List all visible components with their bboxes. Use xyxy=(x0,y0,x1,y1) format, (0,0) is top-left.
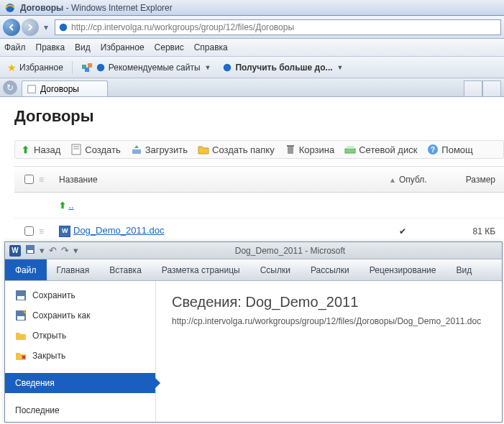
svg-point-6 xyxy=(224,63,232,71)
tab-layout[interactable]: Разметка страницы xyxy=(152,259,250,280)
recommended-label: Рекомендуемые сайты xyxy=(109,63,201,73)
chevron-down-icon: ▼ xyxy=(205,64,211,71)
menu-file[interactable]: Файл xyxy=(4,42,26,52)
tab-home[interactable]: Главная xyxy=(47,259,100,280)
menu-save[interactable]: Сохранить xyxy=(5,285,155,305)
parent-folder-link[interactable]: .. xyxy=(68,200,73,211)
menu-tools[interactable]: Сервис xyxy=(155,42,184,52)
separator xyxy=(72,61,73,74)
browser-tab[interactable]: Договоры xyxy=(22,80,108,96)
page-icon xyxy=(58,22,68,32)
table-row: ≡ Dog_Demo_2011.doc ✔ 81 КБ xyxy=(14,218,504,244)
word-body: Сохранить Сохранить как Открыть Закрыть … xyxy=(5,281,502,422)
word-window: W ▾ ↶ ↷ ▾ Dog_Demo_2011 - Microsoft Файл… xyxy=(4,241,503,423)
tab-view[interactable]: Вид xyxy=(446,259,482,280)
menu-view[interactable]: Вид xyxy=(75,42,91,52)
favorites-label: Избранное xyxy=(19,63,63,73)
folder-up-icon: ⬆ xyxy=(59,201,66,211)
star-icon: ★ xyxy=(7,62,17,73)
trash-icon xyxy=(285,144,296,155)
window-title: Договоры - Windows Internet Explorer xyxy=(20,3,173,13)
quick-access-toolbar: W ▾ ↶ ↷ ▾ Dog_Demo_2011 - Microsoft xyxy=(5,242,502,259)
tab-controls xyxy=(464,80,501,96)
redo-icon[interactable]: ↷ xyxy=(61,245,69,256)
file-link[interactable]: Dog_Demo_2011.doc xyxy=(73,225,164,236)
menu-save-as[interactable]: Сохранить как xyxy=(5,305,155,326)
sort-asc-icon[interactable]: ▴ xyxy=(386,175,399,185)
help-icon: ? xyxy=(427,144,439,155)
trash-button[interactable]: Корзина xyxy=(285,144,335,155)
close-icon xyxy=(15,350,27,361)
ie-logo-icon xyxy=(4,2,16,14)
qat-dropdown-icon[interactable]: ▾ xyxy=(73,245,78,256)
open-icon xyxy=(15,330,27,341)
tab-favicon xyxy=(27,84,37,94)
svg-rect-3 xyxy=(88,63,92,68)
info-title: Сведения: Dog_Demo_2011 xyxy=(172,294,486,310)
row-handle-icon[interactable]: ≡ xyxy=(39,226,56,236)
tab-control-button[interactable] xyxy=(464,80,482,96)
menu-help[interactable]: Справка xyxy=(194,42,228,52)
tab-references[interactable]: Ссылки xyxy=(250,259,301,280)
create-button[interactable]: Создать xyxy=(70,144,120,155)
svg-rect-7 xyxy=(28,85,36,93)
forward-button[interactable] xyxy=(22,19,39,36)
column-name[interactable]: Название xyxy=(56,175,386,185)
menu-info[interactable]: Сведения xyxy=(5,373,155,393)
word-app-icon: W xyxy=(9,245,21,257)
tab-mailings[interactable]: Рассылки xyxy=(301,259,359,280)
svg-point-5 xyxy=(97,63,105,71)
qat-dropdown-icon[interactable]: ▾ xyxy=(40,245,45,256)
disk-icon xyxy=(344,144,356,155)
nav-dropdown-icon[interactable]: ▾ xyxy=(40,19,52,36)
svg-rect-23 xyxy=(17,316,24,320)
word-file-icon xyxy=(59,226,70,237)
chevron-down-icon: ▼ xyxy=(337,64,344,71)
create-folder-button[interactable]: Создать папку xyxy=(198,144,275,155)
save-icon[interactable] xyxy=(25,244,35,257)
row-checkbox[interactable] xyxy=(19,226,39,236)
upload-button[interactable]: Загрузить xyxy=(131,144,188,155)
menu-open[interactable]: Открыть xyxy=(5,326,155,346)
back-button[interactable] xyxy=(3,19,20,36)
backstage-menu: Сохранить Сохранить как Открыть Закрыть … xyxy=(5,281,156,422)
help-button[interactable]: ?Помощ xyxy=(427,144,472,155)
tab-control-button[interactable] xyxy=(482,80,501,96)
menu-close[interactable]: Закрыть xyxy=(5,346,155,366)
undo-icon[interactable]: ↶ xyxy=(49,245,57,256)
menu-recent[interactable]: Последние xyxy=(5,400,155,420)
column-published[interactable]: Опубл. xyxy=(399,175,449,185)
url-input[interactable] xyxy=(71,22,498,32)
folder-icon xyxy=(198,144,209,155)
tab-file[interactable]: Файл xyxy=(5,259,47,280)
menu-edit[interactable]: Правка xyxy=(36,42,65,52)
svg-rect-19 xyxy=(27,250,33,253)
favorites-button[interactable]: ★ Избранное xyxy=(4,60,66,75)
tab-insert[interactable]: Вставка xyxy=(99,259,152,280)
get-more-addons[interactable]: Получить больше до... ▼ xyxy=(219,61,346,74)
network-disk-button[interactable]: Сетевой диск xyxy=(344,144,417,155)
svg-rect-11 xyxy=(132,149,141,154)
page-title: Договоры xyxy=(14,107,504,126)
column-size[interactable]: Размер xyxy=(449,175,500,185)
svg-rect-14 xyxy=(345,149,355,153)
menu-favorites[interactable]: Избранное xyxy=(101,42,145,52)
back-button[interactable]: ⬆Назад xyxy=(19,144,60,155)
column-handle-icon[interactable]: ≡ xyxy=(39,175,56,185)
quicktabs-icon[interactable]: ↻ xyxy=(3,80,17,95)
save-icon xyxy=(15,290,27,301)
recommended-sites[interactable]: Рекомендуемые сайты ▼ xyxy=(78,60,214,75)
favorites-bar: ★ Избранное Рекомендуемые сайты ▼ Получи… xyxy=(0,57,504,78)
select-all-checkbox[interactable] xyxy=(19,175,39,184)
svg-rect-12 xyxy=(288,147,293,154)
save-as-icon xyxy=(15,310,27,321)
ie-title-bar: Договоры - Windows Internet Explorer xyxy=(0,0,504,16)
ie-menubar: Файл Правка Вид Избранное Сервис Справка xyxy=(0,39,504,57)
upload-icon xyxy=(131,144,142,155)
address-bar[interactable] xyxy=(55,19,501,35)
tab-label: Договоры xyxy=(40,84,79,94)
svg-rect-8 xyxy=(72,144,81,155)
tab-review[interactable]: Рецензирование xyxy=(359,259,446,280)
up-arrow-icon: ⬆ xyxy=(19,144,31,155)
word-title: Dog_Demo_2011 - Microsoft xyxy=(235,246,345,256)
